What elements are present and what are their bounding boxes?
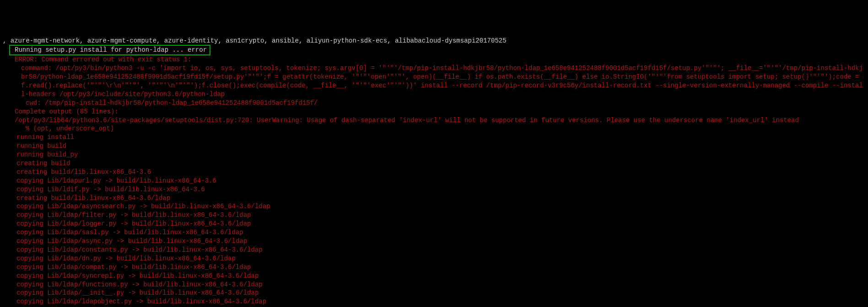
error-line: copying Lib/ldap/functions.py -> build/l… [3, 280, 865, 289]
error-line: creating build/lib.linux-x86_64-3.6/ldap [3, 194, 865, 203]
error-line: copying Lib/ldap/sasl.py -> build/lib.li… [3, 228, 865, 237]
error-line: running install [3, 133, 865, 142]
error-line: running build_py [3, 151, 865, 159]
error-line: copying Lib/ldif.py -> build/lib.linux-x… [3, 185, 865, 194]
error-line: Complete output (85 lines): [3, 108, 865, 116]
error-line: copying Lib/ldap/compat.py -> build/lib.… [3, 263, 865, 272]
package-list-header: , azure-mgmt-network, azure-mgmt-compute… [3, 37, 865, 45]
error-line: ERROR: Command errored out with exit sta… [3, 55, 865, 64]
error-line: running build [3, 142, 865, 151]
error-line: copying Lib/ldap/dn.py -> build/lib.linu… [3, 254, 865, 263]
error-line: % (opt, underscore_opt) [3, 124, 865, 133]
error-line: cwd: /tmp/pip-install-hdkjbr58/python-ld… [3, 99, 865, 108]
error-output-block: ERROR: Command errored out with exit sta… [3, 55, 865, 307]
error-line: copying Lib/ldap/filter.py -> build/lib.… [3, 211, 865, 220]
error-line: copying Lib/ldap/asyncsearch.py -> build… [3, 202, 865, 211]
error-line: copying Lib/ldap/syncrepl.py -> build/li… [3, 272, 865, 280]
error-line: creating build/lib.linux-x86_64-3.6 [3, 168, 865, 177]
error-line: command: /opt/py3/bin/python3 -u -c 'imp… [3, 64, 865, 99]
error-line: copying Lib/ldap/async.py -> build/lib.l… [3, 237, 865, 246]
error-line: copying Lib/ldap/ldapobject.py -> build/… [3, 297, 865, 306]
error-line: creating build [3, 159, 865, 168]
error-line: copying Lib/ldap/logger.py -> build/lib.… [3, 220, 865, 228]
setup-error-text: Running setup.py install for python-ldap… [15, 46, 207, 54]
error-line: copying Lib/ldap/constants.py -> build/l… [3, 246, 865, 254]
error-line: copying Lib/ldap/__init__.py -> build/li… [3, 289, 865, 297]
setup-error-highlight: Running setup.py install for python-ldap… [9, 45, 210, 55]
error-line: /opt/py3/lib64/python3.6/site-packages/s… [3, 116, 865, 125]
error-line: copying Lib/ldapurl.py -> build/lib.linu… [3, 177, 865, 185]
